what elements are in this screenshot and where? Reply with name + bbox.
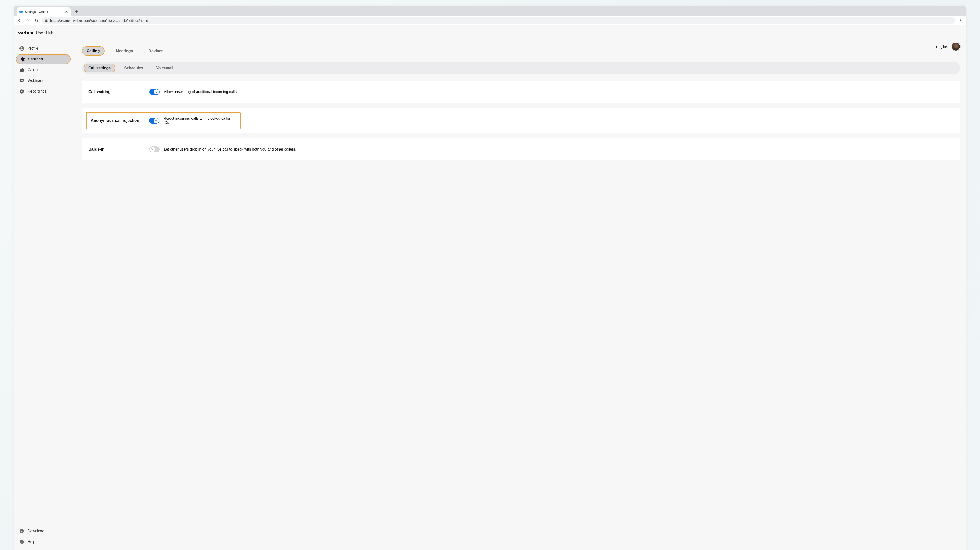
browser-tab-title: Settings - Webex [25,10,48,14]
svg-point-1 [21,11,23,13]
svg-point-5 [960,22,961,22]
toggle-barge-in[interactable] [149,146,159,152]
person-icon [19,46,24,51]
sidebar: Profile Settings Calendar [14,40,73,550]
lock-icon [45,19,48,22]
svg-point-13 [21,80,22,81]
brand-sub: User Hub [36,31,54,36]
svg-rect-10 [21,68,21,69]
primary-tabs: Calling Meetings Devices [82,46,960,55]
sidebar-item-calendar[interactable]: Calendar [16,65,71,75]
record-icon [19,89,24,94]
app-body: Profile Settings Calendar [14,40,966,550]
svg-point-4 [960,20,961,21]
svg-rect-2 [45,21,48,22]
sidebar-item-help[interactable]: ? Help [16,537,71,547]
new-tab-button[interactable] [73,8,80,16]
main-content: English Calling Meetings Devices Call se… [73,40,966,550]
brand: webex User Hub [18,30,54,36]
browser-toolbar: https://example.webex.com/webappng/sites… [14,16,966,25]
sidebar-item-webinars[interactable]: Webinars [16,76,71,86]
tab-devices[interactable]: Devices [144,47,167,55]
back-button[interactable] [16,17,22,24]
svg-text:?: ? [21,540,22,544]
setting-title: Barge-In [89,147,149,152]
setting-card-call-waiting: Call waiting Allow answering of addition… [82,81,960,103]
tab-meetings[interactable]: Meetings [111,47,137,55]
user-avatar[interactable] [951,42,960,51]
svg-point-18 [21,91,23,92]
sidebar-item-recordings[interactable]: Recordings [16,87,71,96]
check-icon [154,118,159,123]
svg-rect-12 [20,79,24,82]
sidebar-item-label: Help [28,540,35,544]
sidebar-item-download[interactable]: Download [16,526,71,536]
webinar-icon [19,78,24,83]
brand-logo: webex [18,30,33,36]
check-icon [154,89,159,95]
forward-button[interactable] [25,17,31,24]
language-selector[interactable]: English [936,45,948,49]
header-actions: English [936,42,960,51]
browser-tab-strip: Settings - Webex [14,6,966,16]
setting-title: Call waiting [89,90,149,94]
svg-rect-9 [20,68,24,70]
subtab-schedules[interactable]: Schedules [120,64,147,72]
svg-rect-16 [21,82,23,82]
download-icon [19,528,24,534]
setting-card-anon-reject: Anonymous call rejection Reject incoming… [82,108,960,133]
setting-desc: Allow answering of additional incoming c… [164,90,237,94]
calendar-icon [19,67,24,73]
subtab-call-settings[interactable]: Call settings [84,63,115,73]
app-root: webex User Hub Profile [14,25,966,550]
tab-close-button[interactable] [65,10,68,14]
subtab-voicemail[interactable]: Voicemail [152,64,178,72]
gear-icon [20,57,25,62]
svg-point-3 [960,19,961,19]
webex-favicon [19,10,23,14]
sidebar-item-settings[interactable]: Settings [16,54,71,64]
setting-title: Anonymous call rejection [91,118,149,123]
svg-rect-11 [22,68,23,69]
browser-tab[interactable]: Settings - Webex [17,8,71,16]
toggle-call-waiting[interactable] [149,89,159,95]
sidebar-item-profile[interactable]: Profile [16,43,71,53]
sub-tabs: Call settings Schedules Voicemail [82,62,960,74]
browser-window: Settings - Webex https://example.webex.c… [14,6,966,550]
browser-menu-button[interactable] [958,17,964,24]
svg-point-7 [21,47,22,48]
reload-button[interactable] [33,17,39,24]
address-bar[interactable]: https://example.webex.com/webappng/sites… [41,17,955,24]
tab-calling[interactable]: Calling [82,46,105,55]
sidebar-item-label: Settings [28,57,43,61]
sidebar-item-label: Download [28,529,44,533]
app-header: webex User Hub [14,25,966,40]
help-icon: ? [19,539,24,544]
highlighted-setting: Anonymous call rejection Reject incoming… [86,112,240,129]
setting-desc: Let other users drop in on your live cal… [164,147,296,152]
toggle-anon-reject[interactable] [149,117,159,124]
settings-list: Call waiting Allow answering of addition… [82,81,960,160]
sidebar-item-label: Calendar [28,68,43,72]
setting-card-barge-in: Barge-In Let other users drop in on your… [82,138,960,160]
sidebar-item-label: Webinars [28,79,43,83]
sidebar-item-label: Recordings [28,89,46,94]
url-text: https://example.webex.com/webappng/sites… [50,19,148,22]
x-icon [150,147,155,152]
setting-desc: Reject incoming calls with blocked calle… [164,116,236,125]
sidebar-item-label: Profile [28,46,38,51]
